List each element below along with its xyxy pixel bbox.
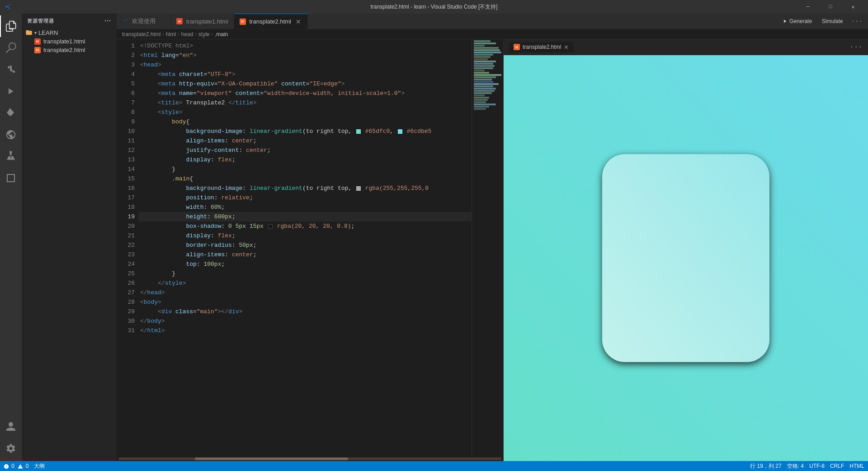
minimap-line — [474, 67, 493, 69]
preview-content — [504, 55, 868, 461]
breadcrumb-sep-3: › — [195, 32, 196, 37]
minimap-line — [474, 92, 492, 94]
status-language[interactable]: HTML — [849, 463, 864, 469]
preview-close-button[interactable]: ✕ — [564, 44, 569, 51]
minimap-line — [474, 49, 500, 51]
status-encoding[interactable]: UTF-8 — [809, 463, 825, 469]
tab-transplate1[interactable]: H transplate1.html — [171, 14, 234, 29]
generate-button[interactable]: Generate — [778, 17, 816, 26]
activity-item-settings[interactable] — [0, 438, 22, 459]
minimap — [472, 39, 503, 457]
preview-more-icon[interactable]: ··· — [849, 43, 863, 51]
breadcrumb-html[interactable]: html — [166, 31, 176, 38]
code-line-8: <style> — [138, 108, 472, 117]
extensions-icon — [5, 108, 16, 118]
minimap-line — [474, 61, 496, 62]
line-num-5: 5 — [120, 79, 135, 89]
status-line-col[interactable]: 行 19，列 27 — [750, 462, 781, 470]
sidebar: 资源管理器 ··· ▾ LEARN H transplate1.html H t… — [22, 14, 117, 461]
sidebar-tree: ▾ LEARN H transplate1.html H transplate2… — [22, 28, 117, 461]
activity-item-accounts[interactable] — [0, 416, 22, 438]
folder-chevron-icon: ▾ — [34, 30, 37, 35]
line-num-9: 9 — [120, 117, 135, 127]
error-count: 0 — [11, 463, 14, 469]
code-line-18: width: 60%; — [138, 203, 472, 212]
status-errors[interactable]: 0 0 — [4, 463, 28, 469]
status-line-ending[interactable]: CRLF — [830, 463, 844, 469]
color-swatch-4 — [268, 224, 273, 229]
tab-bar-more-icon[interactable]: ··· — [849, 16, 864, 27]
activity-item-extensions[interactable] — [0, 102, 22, 124]
tab-html-icon-1: H — [176, 18, 183, 24]
line-num-4: 4 — [120, 70, 135, 79]
close-button[interactable]: ✕ — [843, 0, 863, 14]
tab-transplate2-label: transplate2.html — [250, 18, 292, 25]
code-content[interactable]: 1 2 3 4 5 6 7 8 9 10 11 12 13 14 — [117, 39, 503, 457]
activity-item-run[interactable] — [0, 80, 22, 102]
code-line-26: </style> — [138, 278, 472, 288]
error-icon — [4, 464, 9, 469]
preview-tab: H transplate2.html ✕ — [509, 42, 573, 52]
tree-folder-learn[interactable]: ▾ LEARN — [22, 28, 117, 37]
scrollbar-track[interactable] — [118, 457, 501, 460]
breadcrumb-head[interactable]: head — [181, 31, 193, 38]
restore-button[interactable]: □ — [820, 0, 841, 14]
minimize-button[interactable]: ─ — [797, 0, 818, 14]
line-num-12: 12 — [120, 146, 135, 155]
code-line-31: </html> — [138, 326, 472, 335]
line-num-29: 29 — [120, 307, 135, 316]
spaces-text: 空格: 4 — [787, 463, 804, 469]
sidebar-more-icon[interactable]: ··· — [104, 17, 111, 24]
activity-item-source-control[interactable] — [0, 59, 22, 80]
status-outline[interactable]: 大纲 — [34, 462, 45, 470]
minimap-line — [474, 45, 485, 47]
tree-file-transplate1[interactable]: H transplate1.html — [22, 37, 117, 46]
activity-item-explorer[interactable] — [0, 15, 22, 37]
scrollbar-thumb[interactable] — [195, 457, 348, 460]
minimap-line — [474, 58, 488, 60]
activity-item-testing[interactable] — [0, 146, 22, 167]
code-line-28: <body> — [138, 297, 472, 307]
tree-file-transplate2[interactable]: H transplate2.html — [22, 46, 117, 54]
minimap-line — [474, 85, 493, 87]
line-num-24: 24 — [120, 259, 135, 269]
breadcrumb-file[interactable]: transplate2.html — [122, 31, 160, 38]
line-num-21: 21 — [120, 231, 135, 240]
minimap-line — [474, 65, 495, 67]
line-num-1: 1 — [120, 41, 135, 51]
activity-item-search[interactable] — [0, 37, 22, 59]
search-icon — [5, 42, 16, 53]
code-line-10: background-image: linear-gradient(to rig… — [138, 127, 472, 136]
line-num-26: 26 — [120, 278, 135, 288]
minimap-line — [474, 63, 493, 65]
minimap-line — [474, 90, 495, 92]
folder-name: LEARN — [38, 29, 58, 36]
tab-welcome[interactable]: 欢迎使用 — [117, 14, 171, 29]
editor-area: 欢迎使用 H transplate1.html H transplate2.ht… — [117, 14, 868, 461]
preview-file-icon: H — [514, 44, 520, 50]
minimap-line — [474, 83, 499, 85]
breadcrumb-main[interactable]: .main — [215, 31, 228, 38]
breadcrumb-sep-4: › — [211, 32, 212, 37]
code-line-30: </body> — [138, 316, 472, 326]
tab-transplate1-label: transplate1.html — [186, 18, 228, 25]
activity-item-remote[interactable] — [0, 124, 22, 146]
breadcrumb-style[interactable]: style — [198, 31, 210, 38]
settings-icon — [5, 443, 16, 454]
code-line-14: } — [138, 165, 472, 174]
code-editor[interactable]: 1 2 3 4 5 6 7 8 9 10 11 12 13 14 — [117, 39, 503, 461]
title-bar-controls: ─ □ ✕ — [797, 0, 863, 14]
tab-close-button[interactable]: ✕ — [295, 17, 302, 26]
line-num-17: 17 — [120, 193, 135, 203]
horizontal-scrollbar[interactable] — [117, 457, 503, 461]
activity-item-pages[interactable] — [0, 167, 22, 189]
line-num-16: 16 — [120, 184, 135, 193]
simulate-button[interactable]: Simulate — [818, 17, 847, 26]
simulate-label: Simulate — [822, 18, 843, 24]
status-spaces[interactable]: 空格: 4 — [787, 462, 804, 470]
minimap-line — [474, 108, 486, 110]
breadcrumb-sep-2: › — [178, 32, 179, 37]
testing-icon — [5, 151, 16, 162]
tab-transplate2[interactable]: H transplate2.html ✕ — [234, 14, 308, 29]
minimap-line — [474, 79, 492, 80]
